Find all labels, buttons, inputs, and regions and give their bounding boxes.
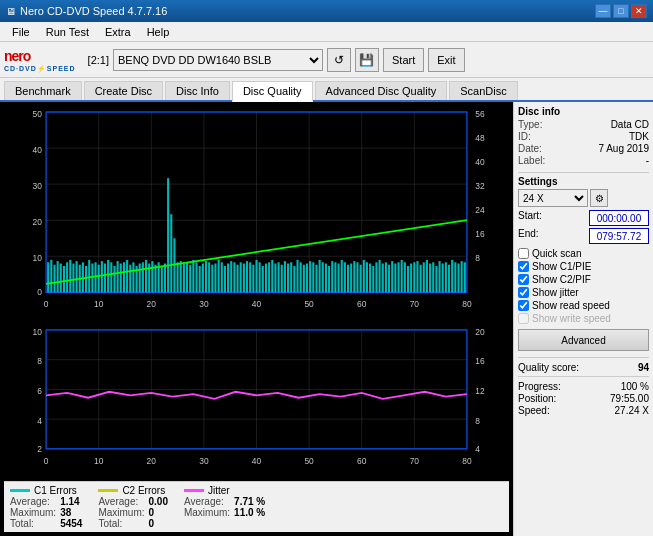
svg-rect-110 <box>341 260 343 292</box>
svg-text:20: 20 <box>475 327 484 338</box>
show-c2pif-checkbox[interactable] <box>518 274 529 285</box>
start-time-input[interactable] <box>589 210 649 226</box>
menu-extra[interactable]: Extra <box>97 24 139 40</box>
svg-text:30: 30 <box>199 456 208 467</box>
show-c2pif-row[interactable]: Show C2/PIF <box>518 274 649 285</box>
c1-color-swatch <box>10 489 30 492</box>
svg-rect-94 <box>290 262 292 292</box>
c2-max-value: 0 <box>149 507 168 518</box>
svg-rect-114 <box>353 261 355 292</box>
drive-select[interactable]: BENQ DVD DD DW1640 BSLB <box>113 49 323 71</box>
id-label: ID: <box>518 131 531 142</box>
quick-scan-row[interactable]: Quick scan <box>518 248 649 259</box>
svg-text:56: 56 <box>475 108 484 119</box>
svg-text:40: 40 <box>475 156 484 167</box>
top-chart: 50 40 30 20 10 0 56 48 40 32 24 16 8 <box>4 106 509 322</box>
svg-rect-136 <box>423 262 425 292</box>
legend-c2: C2 Errors Average: 0.00 Maximum: 0 Total… <box>98 485 168 529</box>
menu-help[interactable]: Help <box>139 24 178 40</box>
disc-info-section: Disc info Type: Data CD ID: TDK Date: 7 … <box>518 106 649 166</box>
svg-text:20: 20 <box>147 298 156 309</box>
title-bar-controls[interactable]: — □ ✕ <box>595 4 647 18</box>
quality-score-label: Quality score: <box>518 362 579 373</box>
svg-text:60: 60 <box>357 298 366 309</box>
svg-text:30: 30 <box>33 180 42 191</box>
svg-rect-98 <box>303 265 305 293</box>
show-c1pie-checkbox[interactable] <box>518 261 529 272</box>
svg-rect-65 <box>199 266 201 292</box>
svg-rect-147 <box>457 264 459 293</box>
tab-disc-info[interactable]: Disc Info <box>165 81 230 100</box>
tab-benchmark[interactable]: Benchmark <box>4 81 82 100</box>
svg-rect-37 <box>110 262 112 292</box>
svg-rect-35 <box>104 264 106 293</box>
svg-rect-119 <box>369 264 371 293</box>
tab-bar: Benchmark Create Disc Disc Info Disc Qua… <box>0 78 653 102</box>
svg-rect-18 <box>50 260 52 292</box>
drive-label: [2:1] <box>88 54 109 66</box>
svg-rect-79 <box>243 264 245 293</box>
close-button[interactable]: ✕ <box>631 4 647 18</box>
show-write-speed-checkbox <box>518 313 529 324</box>
svg-rect-48 <box>170 214 172 292</box>
tab-advanced-disc-quality[interactable]: Advanced Disc Quality <box>315 81 448 100</box>
exit-button[interactable]: Exit <box>428 48 464 72</box>
speed-label: Speed: <box>518 405 550 416</box>
show-jitter-checkbox[interactable] <box>518 287 529 298</box>
svg-rect-109 <box>338 264 340 293</box>
svg-rect-63 <box>192 260 194 292</box>
svg-text:10: 10 <box>33 253 42 264</box>
svg-rect-23 <box>66 262 68 292</box>
advanced-button[interactable]: Advanced <box>518 329 649 351</box>
end-time-input[interactable] <box>589 228 649 244</box>
svg-rect-44 <box>132 262 134 292</box>
svg-rect-33 <box>98 265 100 293</box>
start-button[interactable]: Start <box>383 48 424 72</box>
svg-text:50: 50 <box>33 108 42 119</box>
speed-select[interactable]: 24 X <box>518 189 588 207</box>
svg-rect-134 <box>416 261 418 292</box>
show-jitter-row[interactable]: Show jitter <box>518 287 649 298</box>
svg-text:0: 0 <box>44 298 49 309</box>
logo-nero: nero <box>4 47 30 65</box>
svg-rect-87 <box>268 262 270 292</box>
menu-run-test[interactable]: Run Test <box>38 24 97 40</box>
svg-rect-54 <box>154 265 156 293</box>
minimize-button[interactable]: — <box>595 4 611 18</box>
show-c1pie-row[interactable]: Show C1/PIE <box>518 261 649 272</box>
svg-rect-86 <box>265 264 267 293</box>
c1-avg-label: Average: <box>10 496 56 507</box>
svg-text:10: 10 <box>94 456 103 467</box>
maximize-button[interactable]: □ <box>613 4 629 18</box>
svg-text:40: 40 <box>33 144 42 155</box>
svg-text:10: 10 <box>94 298 103 309</box>
svg-rect-28 <box>82 262 84 292</box>
svg-rect-20 <box>57 261 59 292</box>
tab-scandisc[interactable]: ScanDisc <box>449 81 517 100</box>
settings-icon[interactable]: ⚙ <box>590 189 608 207</box>
tab-create-disc[interactable]: Create Disc <box>84 81 163 100</box>
svg-text:80: 80 <box>462 456 471 467</box>
svg-text:20: 20 <box>33 217 42 228</box>
svg-rect-142 <box>442 264 444 293</box>
c2-label: C2 Errors <box>122 485 165 496</box>
disc-label-label: Label: <box>518 155 545 166</box>
menu-file[interactable]: File <box>4 24 38 40</box>
charts-wrapper: 50 40 30 20 10 0 56 48 40 32 24 16 8 <box>4 106 509 479</box>
svg-rect-90 <box>278 262 280 292</box>
type-value: Data CD <box>611 119 649 130</box>
svg-rect-29 <box>85 266 87 292</box>
svg-rect-135 <box>420 265 422 293</box>
jitter-max-label: Maximum: <box>184 507 230 518</box>
save-icon[interactable]: 💾 <box>355 48 379 72</box>
tab-disc-quality[interactable]: Disc Quality <box>232 81 313 102</box>
refresh-icon[interactable]: ↺ <box>327 48 351 72</box>
svg-rect-85 <box>262 266 264 292</box>
show-read-speed-row[interactable]: Show read speed <box>518 300 649 311</box>
quick-scan-checkbox[interactable] <box>518 248 529 259</box>
show-read-speed-checkbox[interactable] <box>518 300 529 311</box>
svg-rect-39 <box>117 261 119 292</box>
svg-rect-133 <box>413 262 415 292</box>
svg-text:70: 70 <box>410 298 419 309</box>
svg-rect-88 <box>271 260 273 292</box>
